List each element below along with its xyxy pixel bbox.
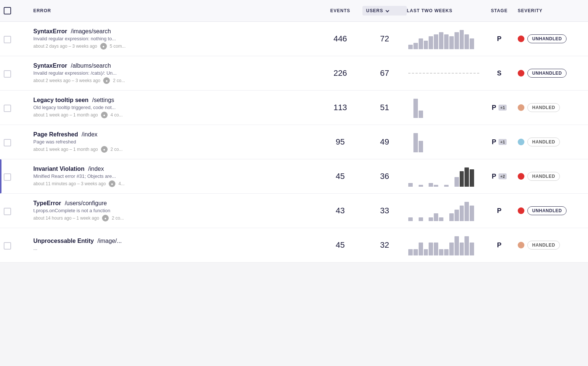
- events-count: 95: [318, 137, 362, 147]
- stage-badge: +1: [499, 139, 507, 145]
- error-info-cell: SyntaxError /images/search Invalid regul…: [33, 28, 318, 50]
- severity-cell: HANDLED: [518, 138, 584, 146]
- stage-cell: P +2: [481, 173, 518, 180]
- error-title-line: TypeError /users/configure: [33, 200, 318, 207]
- chart-bar: [444, 34, 449, 49]
- stage-badge: +2: [499, 173, 507, 179]
- comment-icon: ●: [102, 215, 109, 221]
- table-row[interactable]: Page Refreshed /index Page was refreshed…: [0, 125, 588, 159]
- chart-bar: [408, 45, 413, 49]
- chart-bar: [434, 243, 438, 255]
- row-checkbox[interactable]: [4, 208, 11, 215]
- row-checkbox[interactable]: [4, 242, 11, 250]
- error-type: Unprocessable Entity: [33, 238, 94, 244]
- stage-cell: P: [481, 241, 518, 249]
- events-count: 446: [318, 34, 362, 44]
- chart-bar: [413, 99, 418, 118]
- error-time: about 14 hours ago – 1 week ago: [33, 216, 99, 221]
- header-severity: SEVERITY: [518, 8, 584, 13]
- severity-cell: UNHANDLED: [518, 34, 584, 43]
- stage-value: P: [492, 104, 496, 112]
- chart-bar: [419, 141, 423, 152]
- error-type: SyntaxError: [33, 62, 67, 69]
- users-sort-icon: [386, 9, 389, 12]
- error-title-line: Unprocessable Entity /image/...: [33, 238, 318, 244]
- error-type: Invariant Violation: [33, 166, 84, 172]
- error-meta: about 11 minutes ago – 3 weeks ago ● 4..…: [33, 180, 318, 187]
- error-info-cell: Unprocessable Entity /image/... ...: [33, 238, 318, 253]
- header-users[interactable]: USERS: [362, 6, 407, 16]
- chart-bar: [429, 36, 433, 49]
- events-count: 45: [318, 240, 362, 250]
- table-row[interactable]: TypeError /users/configure t.props.onCom…: [0, 194, 588, 228]
- error-info-cell: SyntaxError /albums/search Invalid regul…: [33, 62, 318, 84]
- stage-value: S: [497, 70, 501, 77]
- chart-bar: [470, 169, 474, 187]
- events-count: 226: [318, 68, 362, 78]
- sparkline-chart: [407, 234, 481, 256]
- severity-dot: [518, 207, 524, 214]
- stage-cell: P +1: [481, 138, 518, 146]
- comment-icon: ●: [100, 43, 107, 50]
- table-row[interactable]: SyntaxError /albums/search Invalid regul…: [0, 56, 588, 91]
- row-checkbox[interactable]: [4, 36, 11, 43]
- stage-value: P: [497, 35, 501, 43]
- table-row[interactable]: Invariant Violation /index Minified Reac…: [0, 159, 588, 194]
- chart-bar: [413, 133, 418, 152]
- chart-bar: [460, 206, 464, 221]
- row-checkbox[interactable]: [4, 139, 11, 146]
- error-title-line: Legacy tooltip seen /settings: [33, 97, 318, 104]
- header-events: EVENTS: [318, 8, 362, 13]
- chart-bar: [408, 183, 413, 187]
- severity-cell: HANDLED: [518, 103, 584, 112]
- chart-bar: [460, 30, 464, 49]
- chart-bar: [464, 34, 469, 49]
- row-checkbox-cell: [4, 172, 33, 181]
- chart-bar: [444, 249, 449, 255]
- chart-bar: [454, 177, 459, 187]
- error-time: about 11 minutes ago – 3 weeks ago: [33, 181, 106, 186]
- chart-bar: [449, 243, 454, 255]
- sparkline-chart: [407, 28, 481, 50]
- comment-count: 2 co...: [113, 78, 125, 83]
- error-meta: about 2 weeks ago – 3 weeks ago ● 2 co..…: [33, 77, 318, 84]
- row-checkbox[interactable]: [4, 173, 11, 181]
- error-title-line: SyntaxError /images/search: [33, 28, 318, 35]
- chart-bar: [454, 32, 459, 49]
- events-count: 45: [318, 172, 362, 181]
- users-count: 49: [362, 137, 407, 147]
- error-message: Invalid regular expression: nothing to..…: [33, 36, 211, 41]
- stage-value: P: [497, 241, 501, 249]
- users-count: 51: [362, 103, 407, 112]
- users-count: 67: [362, 68, 407, 78]
- severity-cell: HANDLED: [518, 172, 584, 181]
- error-time: about 1 week ago – 1 month ago: [33, 112, 98, 118]
- error-message: Old legacy tooltip triggered, code not..…: [33, 105, 211, 110]
- chart-bar: [429, 243, 433, 255]
- sparkline-chart: [407, 96, 481, 119]
- chart-bar: [434, 213, 438, 221]
- chart-bar: [439, 217, 443, 221]
- severity-cell: UNHANDLED: [518, 69, 584, 78]
- table-row[interactable]: Legacy tooltip seen /settings Old legacy…: [0, 91, 588, 125]
- stage-value: P: [497, 207, 501, 215]
- severity-dot: [518, 139, 524, 145]
- row-checkbox-cell: [4, 34, 33, 43]
- error-info-cell: Legacy tooltip seen /settings Old legacy…: [33, 97, 318, 118]
- stage-cell: P: [481, 35, 518, 43]
- row-checkbox[interactable]: [4, 70, 11, 78]
- row-checkbox[interactable]: [4, 105, 11, 112]
- table-row[interactable]: SyntaxError /images/search Invalid regul…: [0, 22, 588, 56]
- stage-value: P: [492, 138, 496, 146]
- severity-badge: HANDLED: [527, 172, 560, 181]
- row-checkbox-cell: [4, 138, 33, 146]
- select-all-checkbox[interactable]: [4, 7, 11, 14]
- comment-count: 4...: [118, 181, 125, 186]
- chart-bar: [434, 34, 438, 49]
- row-checkbox-cell: [4, 206, 33, 215]
- table-row[interactable]: Unprocessable Entity /image/... ... 45 3…: [0, 228, 588, 262]
- sparkline-chart: [407, 131, 481, 153]
- sparkline-chart: [407, 165, 481, 187]
- users-count: 36: [362, 172, 407, 181]
- severity-dot: [518, 35, 524, 42]
